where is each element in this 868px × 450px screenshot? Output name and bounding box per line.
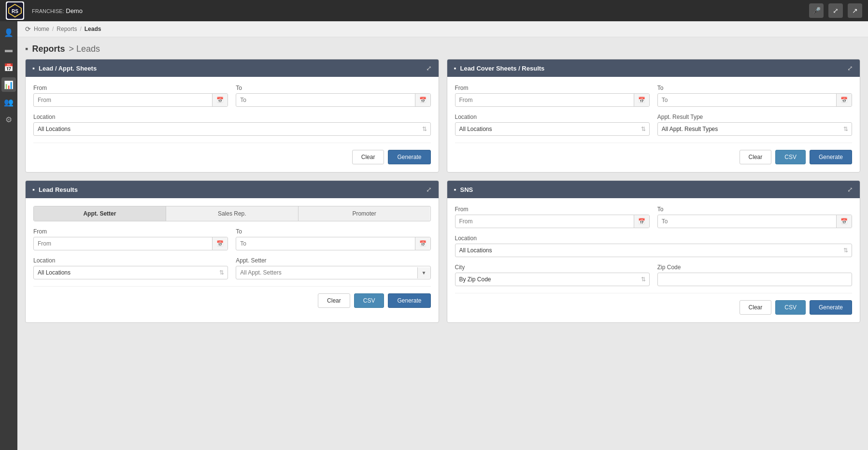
lead-results-to-input[interactable] xyxy=(236,237,414,250)
lead-results-appt-setter-label: Appt. Setter xyxy=(236,257,430,264)
sns-generate-btn[interactable]: Generate xyxy=(810,300,852,315)
panel-lead-results: ▪ Lead Results ⤢ Appt. Setter Sales Rep.… xyxy=(25,180,439,323)
lead-appt-to-wrapper: 📅 xyxy=(236,93,430,107)
lead-cover-from-input[interactable] xyxy=(455,94,634,106)
lead-results-clear-btn[interactable]: Clear xyxy=(318,293,350,308)
nav-right: 🎤 ⤢ ↗ xyxy=(809,3,862,18)
expand-button[interactable]: ⤢ xyxy=(828,3,843,18)
lead-results-appt-setter-dropdown[interactable]: ▼ xyxy=(417,267,430,278)
sns-zip-wrapper xyxy=(657,273,852,286)
lead-cover-clear-btn[interactable]: Clear xyxy=(740,150,772,164)
layout: 👤 ▬ 📅 📊 👥 ⚙ ⟳ Home / Reports / Leads ▪ R… xyxy=(0,21,868,450)
sns-to-group: To 📅 xyxy=(657,206,852,228)
breadcrumb-reports[interactable]: Reports xyxy=(57,26,77,32)
sns-from-input[interactable] xyxy=(455,215,634,228)
panel-lead-results-title-group: ▪ Lead Results xyxy=(32,186,78,193)
sidebar-item-user[interactable]: 👤 xyxy=(1,25,16,40)
lead-cover-location-select[interactable]: All Locations Location 1 xyxy=(455,122,650,136)
lead-appt-location-label: Location xyxy=(33,114,431,120)
franchise-info: FRANCHISE: Demo xyxy=(27,7,83,15)
sidebar-item-settings[interactable]: ⚙ xyxy=(1,112,16,127)
panel-lead-cover-expand[interactable]: ⤢ xyxy=(847,64,853,72)
sns-to-calendar[interactable]: 📅 xyxy=(836,215,852,228)
panels-grid: ▪ Lead / Appt. Sheets ⤢ From 📅 xyxy=(17,59,868,331)
sns-date-row: From 📅 To 📅 xyxy=(455,206,853,228)
breadcrumb-current: Leads xyxy=(85,26,101,32)
panel-lead-results-body: Appt. Setter Sales Rep. Promoter From 📅 xyxy=(26,198,439,316)
lead-appt-generate-btn[interactable]: Generate xyxy=(388,150,430,164)
lead-results-from-input[interactable] xyxy=(34,237,212,250)
lead-results-appt-setter-wrapper: ▼ xyxy=(236,266,430,279)
panel-lead-cover-icon: ▪ xyxy=(454,64,456,72)
tab-appt-setter[interactable]: Appt. Setter xyxy=(34,206,166,221)
lead-appt-location-group: Location All Locations Location 1 Locati… xyxy=(33,114,431,136)
lead-results-appt-setter-input[interactable] xyxy=(236,266,417,279)
lead-results-generate-btn[interactable]: Generate xyxy=(388,293,430,308)
page-title: Reports xyxy=(32,44,65,54)
lead-cover-location-wrapper: All Locations Location 1 xyxy=(455,122,650,136)
lead-cover-from-calendar[interactable]: 📅 xyxy=(634,94,649,106)
lead-results-actions: Clear CSV Generate xyxy=(33,286,431,308)
sns-location-group: Location All Locations Location 1 xyxy=(455,235,853,257)
lead-results-from-group: From 📅 xyxy=(33,228,228,250)
tab-sales-rep[interactable]: Sales Rep. xyxy=(166,206,299,221)
lead-cover-actions: Clear CSV Generate xyxy=(455,143,853,164)
sns-clear-btn[interactable]: Clear xyxy=(740,300,772,315)
sns-zip-group: Zip Code xyxy=(657,264,852,286)
top-nav: RS FRANCHISE: Demo 🎤 ⤢ ↗ xyxy=(0,0,868,21)
nav-left: RS FRANCHISE: Demo xyxy=(6,1,83,20)
external-button[interactable]: ↗ xyxy=(848,3,862,18)
lead-results-location-wrapper: All Locations Location 1 xyxy=(33,266,228,279)
panel-lead-appt-header: ▪ Lead / Appt. Sheets ⤢ xyxy=(26,59,439,77)
lead-cover-to-input[interactable] xyxy=(658,94,836,106)
sidebar-item-reports[interactable]: 📊 xyxy=(1,77,16,92)
lead-results-location-select[interactable]: All Locations Location 1 xyxy=(33,266,228,279)
sns-from-calendar[interactable]: 📅 xyxy=(634,215,649,228)
lead-appt-from-calendar[interactable]: 📅 xyxy=(212,94,228,106)
lead-appt-from-label: From xyxy=(33,85,228,91)
lead-results-from-calendar[interactable]: 📅 xyxy=(212,237,228,250)
panel-lead-results-icon: ▪ xyxy=(32,186,35,193)
svg-text:RS: RS xyxy=(12,9,18,14)
sidebar-item-card[interactable]: ▬ xyxy=(1,43,16,57)
sns-location-select[interactable]: All Locations Location 1 xyxy=(455,244,853,257)
lead-results-location-label: Location xyxy=(33,257,228,264)
lead-cover-location-label: Location xyxy=(455,114,650,120)
lead-appt-from-input[interactable] xyxy=(34,94,212,106)
mic-button[interactable]: 🎤 xyxy=(809,3,824,18)
lead-cover-generate-btn[interactable]: Generate xyxy=(810,150,852,164)
sns-zip-input[interactable] xyxy=(658,273,852,286)
sidebar-item-team[interactable]: 👥 xyxy=(1,95,16,109)
panel-lead-appt-expand[interactable]: ⤢ xyxy=(426,64,432,72)
sns-city-select[interactable]: By Zip Code By City xyxy=(455,273,650,286)
lead-results-to-group: To 📅 xyxy=(236,228,430,250)
panel-sns-title: SNS xyxy=(460,186,473,193)
sns-csv-btn[interactable]: CSV xyxy=(775,300,806,315)
lead-cover-appt-result-select[interactable]: All Appt. Result Types Type 1 xyxy=(657,122,852,136)
lead-cover-to-label: To xyxy=(657,85,852,91)
lead-appt-from-group: From 📅 xyxy=(33,85,228,107)
sidebar-item-calendar[interactable]: 📅 xyxy=(1,60,16,74)
lead-cover-to-wrapper: 📅 xyxy=(657,93,852,107)
lead-appt-to-input[interactable] xyxy=(236,94,414,106)
panel-sns-expand[interactable]: ⤢ xyxy=(847,186,853,193)
lead-cover-to-calendar[interactable]: 📅 xyxy=(836,94,852,106)
franchise-name[interactable]: Demo xyxy=(66,7,83,15)
sns-from-group: From 📅 xyxy=(455,206,650,228)
lead-results-to-calendar[interactable]: 📅 xyxy=(415,237,430,250)
lead-appt-to-label: To xyxy=(236,85,430,91)
lead-cover-from-wrapper: 📅 xyxy=(455,93,650,107)
panel-lead-results-expand[interactable]: ⤢ xyxy=(426,186,432,193)
lead-results-csv-btn[interactable]: CSV xyxy=(354,293,384,308)
lead-appt-location-select[interactable]: All Locations Location 1 Location 2 xyxy=(33,122,431,136)
lead-cover-csv-btn[interactable]: CSV xyxy=(775,150,806,164)
tab-promoter[interactable]: Promoter xyxy=(299,206,430,221)
lead-results-from-wrapper: 📅 xyxy=(33,237,228,250)
lead-results-to-wrapper: 📅 xyxy=(236,237,430,250)
panel-lead-results-title: Lead Results xyxy=(39,186,78,193)
panel-lead-appt-title-group: ▪ Lead / Appt. Sheets xyxy=(32,64,97,72)
lead-appt-to-calendar[interactable]: 📅 xyxy=(415,94,430,106)
breadcrumb-home[interactable]: Home xyxy=(34,26,49,32)
sns-to-input[interactable] xyxy=(658,215,836,228)
lead-appt-clear-btn[interactable]: Clear xyxy=(352,150,384,164)
